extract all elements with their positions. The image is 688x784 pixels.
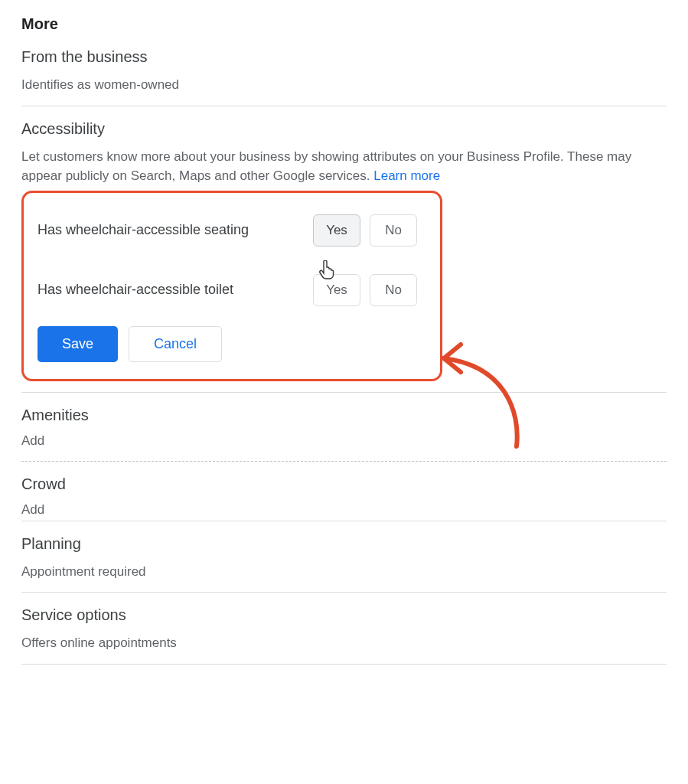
service-options-section: Service options Offers online appointmen… xyxy=(21,606,667,653)
amenities-add-link[interactable]: Add xyxy=(21,433,667,449)
yes-button[interactable]: Yes xyxy=(313,274,360,306)
service-options-value: Offers online appointments xyxy=(21,633,667,653)
divider xyxy=(21,592,667,593)
accessibility-heading: Accessibility xyxy=(21,120,667,138)
divider xyxy=(21,521,667,521)
yes-no-group: Yes No xyxy=(313,214,417,247)
divider xyxy=(21,106,667,106)
amenities-heading: Amenities xyxy=(21,407,667,424)
divider xyxy=(21,664,667,665)
yes-no-group: Yes No xyxy=(313,274,417,306)
planning-value: Appointment required xyxy=(21,562,667,582)
cancel-button[interactable]: Cancel xyxy=(129,326,222,362)
service-options-heading: Service options xyxy=(21,606,667,624)
attribute-row-seating: Has wheelchair-accessible seating Yes No xyxy=(37,214,426,247)
planning-section: Planning Appointment required xyxy=(21,535,667,582)
yes-button[interactable]: Yes xyxy=(313,214,360,247)
from-business-value: Identifies as women-owned xyxy=(21,75,667,95)
from-business-heading: From the business xyxy=(21,48,667,66)
crowd-heading: Crowd xyxy=(21,475,667,493)
planning-heading: Planning xyxy=(21,535,667,553)
divider-dashed xyxy=(21,461,667,462)
no-button[interactable]: No xyxy=(370,214,417,247)
action-row: Save Cancel xyxy=(37,326,426,362)
page-title: More xyxy=(21,15,667,33)
accessibility-description: Let customers know more about your busin… xyxy=(21,147,667,186)
attribute-row-toilet: Has wheelchair-accessible toilet Yes No xyxy=(37,274,426,306)
learn-more-link[interactable]: Learn more xyxy=(373,168,440,183)
accessibility-desc-line1: Let customers know more about your busin… xyxy=(21,149,564,164)
save-button[interactable]: Save xyxy=(37,326,118,362)
amenities-section: Amenities Add xyxy=(21,407,667,449)
no-button[interactable]: No xyxy=(370,274,417,306)
attribute-label: Has wheelchair-accessible seating xyxy=(37,222,313,238)
divider xyxy=(21,392,667,393)
crowd-section: Crowd Add xyxy=(21,475,667,518)
accessibility-edit-panel: Has wheelchair-accessible seating Yes No… xyxy=(21,191,442,381)
attribute-label: Has wheelchair-accessible toilet xyxy=(37,282,313,298)
crowd-add-link[interactable]: Add xyxy=(21,502,667,518)
